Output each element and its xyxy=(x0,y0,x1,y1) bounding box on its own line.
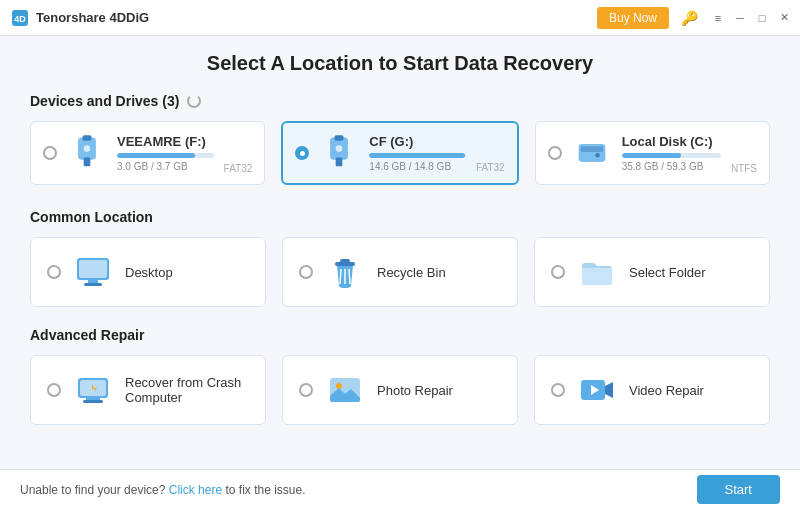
desktop-label: Desktop xyxy=(125,265,173,280)
drive-radio-veeamre[interactable] xyxy=(43,146,57,160)
svg-rect-11 xyxy=(581,146,603,152)
desktop-icon xyxy=(73,252,113,292)
location-card-recycle-bin[interactable]: Recycle Bin xyxy=(282,237,518,307)
devices-section-label: Devices and Drives (3) xyxy=(30,93,179,109)
drive-size-cf: 14.6 GB / 14.8 GB xyxy=(369,161,466,172)
progress-fill-veeamre xyxy=(117,153,195,158)
titlebar-actions: Buy Now 🔑 ≡ ─ □ ✕ xyxy=(597,7,790,29)
location-card-photo-repair[interactable]: Photo Repair xyxy=(282,355,518,425)
crash-icon xyxy=(73,370,113,410)
titlebar: 4D Tenorshare 4DDiG Buy Now 🔑 ≡ ─ □ ✕ xyxy=(0,0,800,36)
app-title: Tenorshare 4DDiG xyxy=(36,10,149,25)
progress-fill-cf xyxy=(369,153,465,158)
select-folder-label: Select Folder xyxy=(629,265,706,280)
footer-text: Unable to find your device? Click here t… xyxy=(20,483,306,497)
drive-fs-veeamre: FAT32 xyxy=(224,163,253,174)
drive-card-cf[interactable]: CF (G:) 14.6 GB / 14.8 GB FAT32 xyxy=(281,121,518,185)
footer-link[interactable]: Click here xyxy=(169,483,222,497)
photo-icon xyxy=(325,370,365,410)
footer-suffix: to fix the issue. xyxy=(225,483,305,497)
devices-section-header: Devices and Drives (3) xyxy=(30,93,770,109)
close-button[interactable]: ✕ xyxy=(778,12,790,24)
advanced-repair-row: Recover from Crash Computer Photo Repair xyxy=(30,355,770,425)
drive-card-local[interactable]: Local Disk (C:) 35.8 GB / 59.3 GB NTFS xyxy=(535,121,770,185)
hdd-icon-local xyxy=(572,133,612,173)
loc-radio-video[interactable] xyxy=(551,383,565,397)
location-card-crash[interactable]: Recover from Crash Computer xyxy=(30,355,266,425)
crash-label: Recover from Crash Computer xyxy=(125,375,249,405)
loc-radio-crash[interactable] xyxy=(47,383,61,397)
drive-size-local: 35.8 GB / 59.3 GB xyxy=(622,161,721,172)
drive-name-cf: CF (G:) xyxy=(369,134,466,149)
recycle-bin-icon xyxy=(325,252,365,292)
video-icon xyxy=(577,370,617,410)
drives-row: VEEAMRE (F:) 3.0 GB / 3.7 GB FAT32 xyxy=(30,121,770,185)
advanced-repair-header: Advanced Repair xyxy=(30,327,770,343)
location-card-video-repair[interactable]: Video Repair xyxy=(534,355,770,425)
footer: Unable to find your device? Click here t… xyxy=(0,469,800,509)
svg-point-12 xyxy=(595,153,599,157)
buy-now-button[interactable]: Buy Now xyxy=(597,7,669,29)
footer-static-text: Unable to find your device? xyxy=(20,483,165,497)
start-button[interactable]: Start xyxy=(697,475,780,504)
photo-repair-label: Photo Repair xyxy=(377,383,453,398)
common-location-label: Common Location xyxy=(30,209,153,225)
svg-rect-25 xyxy=(83,400,103,403)
page-title: Select A Location to Start Data Recovery xyxy=(30,52,770,75)
drive-name-local: Local Disk (C:) xyxy=(622,134,721,149)
progress-bg-veeamre xyxy=(117,153,214,158)
svg-point-5 xyxy=(84,145,91,152)
folder-icon xyxy=(577,252,617,292)
app-logo: 4D Tenorshare 4DDiG xyxy=(10,8,597,28)
drive-card-veeamre[interactable]: VEEAMRE (F:) 3.0 GB / 3.7 GB FAT32 xyxy=(30,121,265,185)
svg-point-9 xyxy=(336,145,343,152)
location-card-desktop[interactable]: Desktop xyxy=(30,237,266,307)
advanced-repair-section: Advanced Repair Recover from Crash Compu… xyxy=(30,327,770,425)
main-content: Select A Location to Start Data Recovery… xyxy=(0,36,800,469)
svg-rect-8 xyxy=(336,157,343,166)
video-repair-label: Video Repair xyxy=(629,383,704,398)
svg-text:4D: 4D xyxy=(14,14,26,24)
minimize-button[interactable]: ─ xyxy=(734,12,746,24)
progress-bg-local xyxy=(622,153,721,158)
refresh-icon[interactable] xyxy=(187,94,201,108)
loc-radio-select-folder[interactable] xyxy=(551,265,565,279)
drive-size-veeamre: 3.0 GB / 3.7 GB xyxy=(117,161,214,172)
loc-radio-photo[interactable] xyxy=(299,383,313,397)
common-location-header: Common Location xyxy=(30,209,770,225)
svg-rect-16 xyxy=(84,283,102,286)
drive-fs-local: NTFS xyxy=(731,163,757,174)
location-card-select-folder[interactable]: Select Folder xyxy=(534,237,770,307)
common-location-section: Common Location Desktop xyxy=(30,209,770,307)
drive-info-veeamre: VEEAMRE (F:) 3.0 GB / 3.7 GB xyxy=(117,134,214,172)
maximize-button[interactable]: □ xyxy=(756,12,768,24)
svg-rect-14 xyxy=(79,260,107,278)
drive-name-veeamre: VEEAMRE (F:) xyxy=(117,134,214,149)
drive-radio-cf[interactable] xyxy=(295,146,309,160)
svg-line-21 xyxy=(349,269,350,284)
svg-rect-3 xyxy=(83,135,92,141)
drive-info-cf: CF (G:) 14.6 GB / 14.8 GB xyxy=(369,134,466,172)
app-icon: 4D xyxy=(10,8,30,28)
loc-radio-recycle-bin[interactable] xyxy=(299,265,313,279)
drive-radio-local[interactable] xyxy=(548,146,562,160)
drive-fs-cf: FAT32 xyxy=(476,162,505,173)
recycle-bin-label: Recycle Bin xyxy=(377,265,446,280)
svg-rect-4 xyxy=(84,157,91,166)
svg-rect-18 xyxy=(340,259,350,263)
usb-icon-veeamre xyxy=(67,133,107,173)
loc-radio-desktop[interactable] xyxy=(47,265,61,279)
common-location-row: Desktop Recycle Bin xyxy=(30,237,770,307)
key-icon[interactable]: 🔑 xyxy=(677,8,702,28)
svg-line-19 xyxy=(340,269,341,284)
progress-fill-local xyxy=(622,153,682,158)
svg-rect-7 xyxy=(335,135,344,141)
progress-bg-cf xyxy=(369,153,466,158)
usb-icon-cf xyxy=(319,133,359,173)
menu-icon[interactable]: ≡ xyxy=(712,12,724,24)
drive-info-local: Local Disk (C:) 35.8 GB / 59.3 GB xyxy=(622,134,721,172)
advanced-repair-label: Advanced Repair xyxy=(30,327,144,343)
